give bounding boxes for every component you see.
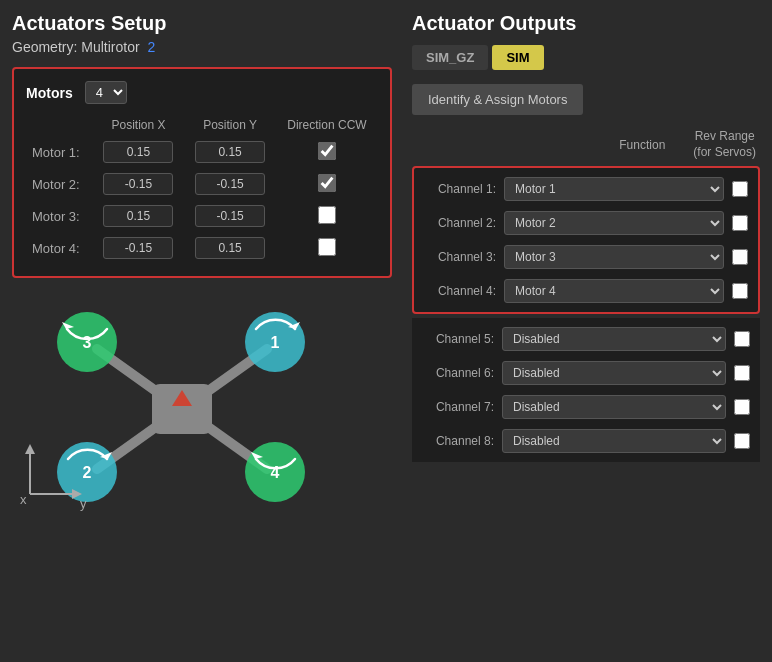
identify-assign-button[interactable]: Identify & Assign Motors bbox=[412, 84, 583, 115]
disabled-channel-row-3: Channel 7: Disabled Motor 1 Motor 2 Moto… bbox=[412, 390, 760, 424]
channel-label-3: Channel 3: bbox=[424, 250, 496, 264]
motors-label: Motors bbox=[26, 85, 73, 101]
channel-rev-checkbox-2[interactable] bbox=[732, 215, 748, 231]
geometry-number: 2 bbox=[148, 39, 156, 55]
col-header-ccw: Direction CCW bbox=[276, 114, 378, 136]
motors-header: Motors 4 2 3 6 8 bbox=[26, 81, 378, 104]
tabs-row: SIM_GZ SIM bbox=[412, 45, 760, 70]
channel-label-d1: Channel 5: bbox=[422, 332, 494, 346]
channel-select-d4[interactable]: Disabled Motor 1 Motor 2 Motor 3 Motor 4… bbox=[502, 429, 726, 453]
motor-ccw-1[interactable] bbox=[318, 142, 336, 160]
col-header-posy: Position Y bbox=[184, 114, 276, 136]
motor-row-2: Motor 2: bbox=[26, 168, 378, 200]
motors-table: Position X Position Y Direction CCW Moto… bbox=[26, 114, 378, 264]
svg-text:x: x bbox=[20, 492, 27, 507]
svg-marker-19 bbox=[25, 444, 35, 454]
active-channel-row-3: Channel 3: Motor 3 Motor 1 Motor 2 Motor… bbox=[414, 240, 758, 274]
motor-posx-1[interactable] bbox=[103, 141, 173, 163]
channel-rev-checkbox-d2[interactable] bbox=[734, 365, 750, 381]
channel-label-d2: Channel 6: bbox=[422, 366, 494, 380]
motor-label-4: Motor 4: bbox=[26, 232, 93, 264]
channel-rev-checkbox-4[interactable] bbox=[732, 283, 748, 299]
motor-ccw-4[interactable] bbox=[318, 238, 336, 256]
col-header-name bbox=[26, 114, 93, 136]
active-channel-row-2: Channel 2: Motor 2 Motor 1 Motor 2 Motor… bbox=[414, 206, 758, 240]
motor-label-1: Motor 1: bbox=[26, 136, 93, 168]
channel-rev-checkbox-d3[interactable] bbox=[734, 399, 750, 415]
tab-sim[interactable]: SIM bbox=[492, 45, 543, 70]
motor-label-2: Motor 2: bbox=[26, 168, 93, 200]
drone-svg: 3 1 2 4 bbox=[12, 294, 352, 514]
motor-posx-2[interactable] bbox=[103, 173, 173, 195]
tab-sim-gz[interactable]: SIM_GZ bbox=[412, 45, 488, 70]
channel-rev-checkbox-d4[interactable] bbox=[734, 433, 750, 449]
channel-select-d2[interactable]: Disabled Motor 1 Motor 2 Motor 3 Motor 4… bbox=[502, 361, 726, 385]
motor-row-3: Motor 3: bbox=[26, 200, 378, 232]
svg-text:2: 2 bbox=[83, 464, 92, 481]
channel-label-2: Channel 2: bbox=[424, 216, 496, 230]
channel-rev-checkbox-d1[interactable] bbox=[734, 331, 750, 347]
left-panel: Actuators Setup Geometry: Multirotor 2 M… bbox=[12, 12, 392, 650]
motor-posy-1[interactable] bbox=[195, 141, 265, 163]
channel-select-2[interactable]: Motor 2 Motor 1 Motor 2 Motor 3 Motor 4 … bbox=[504, 211, 724, 235]
motor-posx-3[interactable] bbox=[103, 205, 173, 227]
col-function-label: Function bbox=[619, 138, 665, 152]
drone-diagram: 3 1 2 4 bbox=[12, 294, 352, 514]
channel-select-d3[interactable]: Disabled Motor 1 Motor 2 Motor 3 Motor 4… bbox=[502, 395, 726, 419]
channel-rev-checkbox-3[interactable] bbox=[732, 249, 748, 265]
page-title: Actuators Setup bbox=[12, 12, 392, 35]
col-header-posx: Position X bbox=[93, 114, 185, 136]
motor-posy-4[interactable] bbox=[195, 237, 265, 259]
channel-select-1[interactable]: Motor 1 Motor 1 Motor 2 Motor 3 Motor 4 … bbox=[504, 177, 724, 201]
geometry-label: Geometry: Multirotor 2 bbox=[12, 39, 392, 55]
motor-ccw-2[interactable] bbox=[318, 174, 336, 192]
disabled-channel-row-1: Channel 5: Disabled Motor 1 Motor 2 Moto… bbox=[412, 322, 760, 356]
motor-posy-3[interactable] bbox=[195, 205, 265, 227]
disabled-channel-row-2: Channel 6: Disabled Motor 1 Motor 2 Moto… bbox=[412, 356, 760, 390]
motor-ccw-3[interactable] bbox=[318, 206, 336, 224]
disabled-channel-row-4: Channel 8: Disabled Motor 1 Motor 2 Moto… bbox=[412, 424, 760, 458]
channel-label-d4: Channel 8: bbox=[422, 434, 494, 448]
active-channel-row-4: Channel 4: Motor 4 Motor 1 Motor 2 Motor… bbox=[414, 274, 758, 308]
channel-rev-checkbox-1[interactable] bbox=[732, 181, 748, 197]
svg-text:3: 3 bbox=[83, 334, 92, 351]
active-channel-row-1: Channel 1: Motor 1 Motor 1 Motor 2 Motor… bbox=[414, 172, 758, 206]
motor-posx-4[interactable] bbox=[103, 237, 173, 259]
right-panel: Actuator Outputs SIM_GZ SIM Identify & A… bbox=[412, 12, 760, 650]
actuator-outputs-title: Actuator Outputs bbox=[412, 12, 760, 35]
active-channels-box: Channel 1: Motor 1 Motor 1 Motor 2 Motor… bbox=[412, 166, 760, 314]
motors-box: Motors 4 2 3 6 8 Position X Position Y D… bbox=[12, 67, 392, 278]
col-rev-label: Rev Range(for Servos) bbox=[693, 129, 756, 160]
channel-label-1: Channel 1: bbox=[424, 182, 496, 196]
channel-label-4: Channel 4: bbox=[424, 284, 496, 298]
channel-select-4[interactable]: Motor 4 Motor 1 Motor 2 Motor 3 Motor 4 … bbox=[504, 279, 724, 303]
disabled-channels-box: Channel 5: Disabled Motor 1 Motor 2 Moto… bbox=[412, 318, 760, 462]
channel-label-d3: Channel 7: bbox=[422, 400, 494, 414]
channel-select-3[interactable]: Motor 3 Motor 1 Motor 2 Motor 3 Motor 4 … bbox=[504, 245, 724, 269]
svg-text:y: y bbox=[80, 496, 87, 511]
motors-count-select[interactable]: 4 2 3 6 8 bbox=[85, 81, 127, 104]
channel-select-d1[interactable]: Disabled Motor 1 Motor 2 Motor 3 Motor 4… bbox=[502, 327, 726, 351]
motor-row-4: Motor 4: bbox=[26, 232, 378, 264]
svg-text:4: 4 bbox=[271, 464, 280, 481]
svg-text:1: 1 bbox=[271, 334, 280, 351]
motor-posy-2[interactable] bbox=[195, 173, 265, 195]
channel-column-headers: Function Rev Range(for Servos) bbox=[412, 129, 760, 160]
motor-row-1: Motor 1: bbox=[26, 136, 378, 168]
motor-label-3: Motor 3: bbox=[26, 200, 93, 232]
